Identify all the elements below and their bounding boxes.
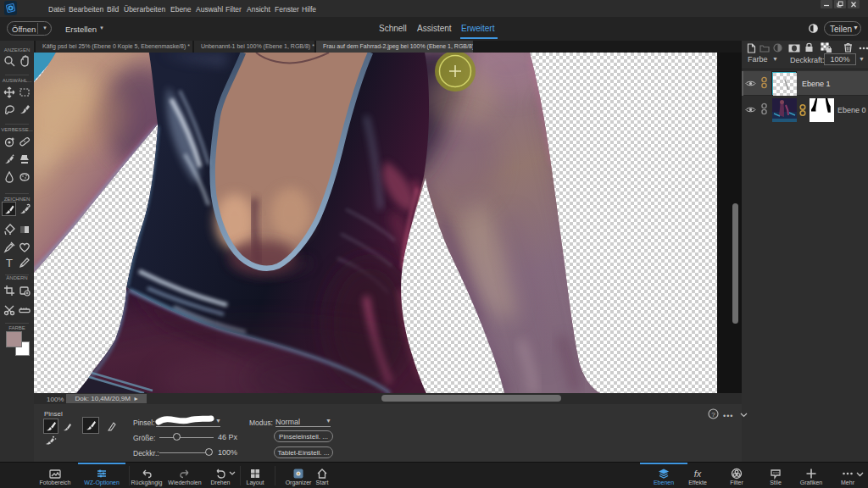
svg-text:fx: fx <box>694 469 702 479</box>
svg-text:T: T <box>6 257 13 269</box>
svg-text:?: ? <box>711 411 715 419</box>
